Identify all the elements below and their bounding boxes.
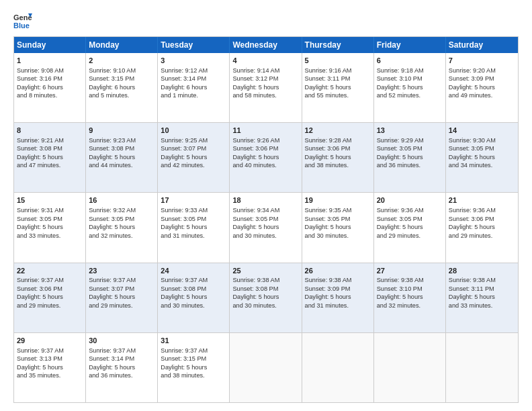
day-number: 5: [305, 56, 371, 66]
day-info-line: Sunrise: 9:38 AM: [377, 276, 443, 284]
day-cell-30: 30Sunrise: 9:37 AMSunset: 3:14 PMDayligh…: [86, 333, 158, 402]
day-info-line: and 32 minutes.: [89, 232, 154, 240]
day-cell-empty-4-5: [374, 333, 446, 402]
day-number: 16: [89, 195, 154, 205]
day-cell-empty-4-6: [446, 333, 518, 402]
day-info-line: Sunset: 3:05 PM: [89, 215, 154, 223]
day-number: 23: [89, 266, 154, 276]
day-info-line: Sunset: 3:16 PM: [17, 75, 83, 83]
day-info-line: Sunset: 3:05 PM: [17, 215, 83, 223]
day-info-line: Daylight: 5 hours: [377, 293, 443, 301]
day-cell-17: 17Sunrise: 9:33 AMSunset: 3:05 PMDayligh…: [158, 193, 230, 262]
day-number: 29: [17, 336, 83, 346]
day-cell-29: 29Sunrise: 9:37 AMSunset: 3:13 PMDayligh…: [14, 333, 86, 402]
calendar-row-3: 15Sunrise: 9:31 AMSunset: 3:05 PMDayligh…: [14, 193, 518, 263]
day-info-line: Sunrise: 9:30 AM: [449, 136, 515, 144]
calendar-row-1: 1Sunrise: 9:08 AMSunset: 3:16 PMDaylight…: [14, 53, 518, 123]
day-info-line: Sunrise: 9:35 AM: [305, 206, 371, 214]
day-info-line: and 36 minutes.: [377, 161, 443, 169]
day-cell-5: 5Sunrise: 9:16 AMSunset: 3:11 PMDaylight…: [302, 53, 374, 122]
day-info-line: and 30 minutes.: [232, 302, 298, 310]
day-info-line: Sunset: 3:07 PM: [161, 144, 226, 152]
day-info-line: Sunrise: 9:34 AM: [232, 206, 298, 214]
day-cell-3: 3Sunrise: 9:12 AMSunset: 3:14 PMDaylight…: [158, 53, 230, 122]
col-head-wednesday: Wednesday: [230, 37, 302, 53]
day-info-line: Daylight: 5 hours: [161, 363, 226, 371]
day-info-line: Sunrise: 9:38 AM: [232, 276, 298, 284]
day-cell-4: 4Sunrise: 9:14 AMSunset: 3:12 PMDaylight…: [230, 53, 302, 122]
day-info-line: Sunrise: 9:37 AM: [89, 276, 154, 284]
day-info-line: Sunrise: 9:36 AM: [449, 206, 515, 214]
day-cell-18: 18Sunrise: 9:34 AMSunset: 3:05 PMDayligh…: [230, 193, 302, 262]
day-info-line: and 29 minutes.: [89, 302, 154, 310]
day-number: 26: [305, 266, 371, 276]
header: General Blue: [13, 11, 519, 30]
day-cell-24: 24Sunrise: 9:37 AMSunset: 3:08 PMDayligh…: [158, 263, 230, 332]
col-head-saturday: Saturday: [446, 37, 518, 53]
day-info-line: Sunrise: 9:25 AM: [161, 136, 226, 144]
day-info-line: and 49 minutes.: [449, 91, 515, 99]
day-info-line: Sunset: 3:05 PM: [305, 215, 371, 223]
day-info-line: Sunset: 3:05 PM: [232, 215, 298, 223]
day-info-line: Sunset: 3:10 PM: [377, 285, 443, 293]
col-head-sunday: Sunday: [14, 37, 86, 53]
day-info-line: Daylight: 5 hours: [89, 293, 154, 301]
day-info-line: Sunset: 3:15 PM: [161, 355, 226, 363]
day-number: 19: [305, 195, 371, 205]
day-info-line: Sunset: 3:13 PM: [17, 355, 83, 363]
day-info-line: Daylight: 5 hours: [449, 293, 515, 301]
day-info-line: Daylight: 5 hours: [377, 223, 443, 231]
day-info-line: and 31 minutes.: [161, 232, 226, 240]
day-number: 15: [17, 195, 83, 205]
day-cell-23: 23Sunrise: 9:37 AMSunset: 3:07 PMDayligh…: [86, 263, 158, 332]
day-info-line: Sunrise: 9:08 AM: [17, 66, 83, 75]
page: General Blue SundayMondayTuesdayWednesda…: [0, 0, 532, 411]
day-info-line: Sunset: 3:06 PM: [17, 285, 83, 293]
day-number: 11: [232, 126, 298, 136]
day-cell-13: 13Sunrise: 9:29 AMSunset: 3:05 PMDayligh…: [374, 123, 446, 192]
day-info-line: Sunset: 3:06 PM: [449, 215, 515, 223]
day-info-line: and 8 minutes.: [17, 91, 83, 99]
day-info-line: and 38 minutes.: [305, 161, 371, 169]
day-info-line: Daylight: 5 hours: [377, 83, 443, 91]
day-info-line: Sunrise: 9:16 AM: [305, 66, 371, 75]
col-head-tuesday: Tuesday: [158, 37, 230, 53]
day-number: 22: [17, 266, 83, 276]
day-info-line: Sunset: 3:05 PM: [449, 144, 515, 152]
day-info-line: and 33 minutes.: [17, 232, 83, 240]
day-info-line: Daylight: 5 hours: [232, 293, 298, 301]
day-number: 20: [377, 195, 443, 205]
day-info-line: Daylight: 5 hours: [232, 223, 298, 231]
day-info-line: Sunset: 3:14 PM: [89, 355, 154, 363]
day-info-line: Sunset: 3:06 PM: [305, 144, 371, 152]
day-number: 24: [161, 266, 226, 276]
day-info-line: Daylight: 5 hours: [305, 153, 371, 161]
day-number: 28: [449, 266, 515, 276]
day-info-line: Sunset: 3:11 PM: [305, 75, 371, 83]
day-info-line: Daylight: 5 hours: [305, 83, 371, 91]
calendar-row-5: 29Sunrise: 9:37 AMSunset: 3:13 PMDayligh…: [14, 333, 518, 402]
day-info-line: Sunrise: 9:38 AM: [449, 276, 515, 284]
day-number: 30: [89, 336, 154, 346]
day-number: 4: [232, 56, 298, 66]
day-info-line: Daylight: 6 hours: [17, 83, 83, 91]
day-info-line: and 29 minutes.: [17, 302, 83, 310]
day-info-line: Daylight: 5 hours: [449, 83, 515, 91]
day-info-line: Daylight: 5 hours: [232, 153, 298, 161]
day-cell-21: 21Sunrise: 9:36 AMSunset: 3:06 PMDayligh…: [446, 193, 518, 262]
day-info-line: Sunset: 3:10 PM: [377, 75, 443, 83]
day-info-line: Sunrise: 9:28 AM: [305, 136, 371, 144]
day-cell-20: 20Sunrise: 9:36 AMSunset: 3:05 PMDayligh…: [374, 193, 446, 262]
day-info-line: Sunrise: 9:37 AM: [17, 276, 83, 284]
day-info-line: Daylight: 5 hours: [161, 223, 226, 231]
calendar-header: SundayMondayTuesdayWednesdayThursdayFrid…: [14, 37, 518, 53]
day-info-line: Sunset: 3:07 PM: [89, 285, 154, 293]
day-info-line: Daylight: 5 hours: [89, 153, 154, 161]
day-info-line: Sunrise: 9:32 AM: [89, 206, 154, 214]
day-info-line: Sunset: 3:06 PM: [232, 144, 298, 152]
day-info-line: Sunset: 3:12 PM: [232, 75, 298, 83]
day-cell-19: 19Sunrise: 9:35 AMSunset: 3:05 PMDayligh…: [302, 193, 374, 262]
day-info-line: Daylight: 6 hours: [161, 83, 226, 91]
day-info-line: and 29 minutes.: [449, 232, 515, 240]
day-cell-11: 11Sunrise: 9:26 AMSunset: 3:06 PMDayligh…: [230, 123, 302, 192]
